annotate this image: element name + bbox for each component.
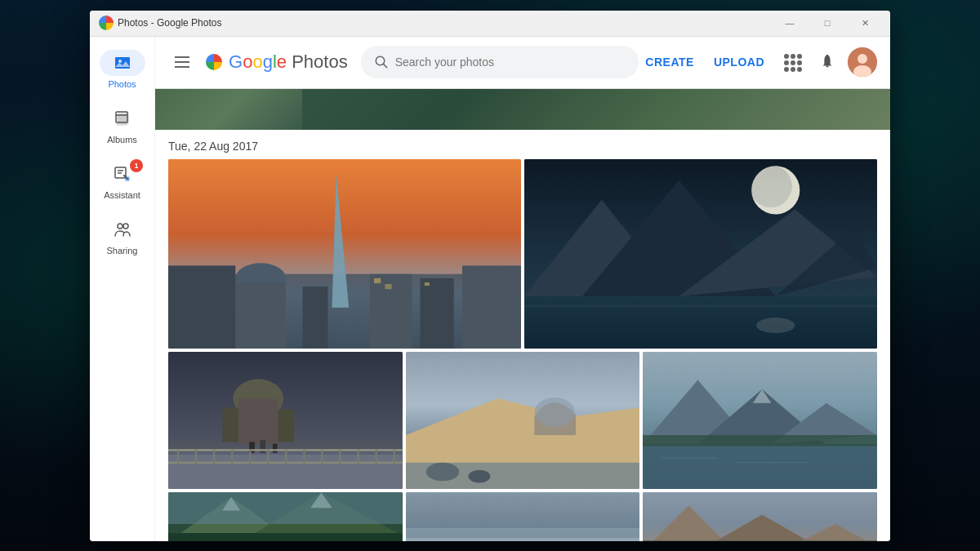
sharing-label: Sharing: [107, 246, 138, 256]
svg-point-1: [118, 60, 122, 63]
photo-ocean[interactable]: [406, 492, 640, 541]
main-content: Tue, 22 Aug 2017: [155, 89, 890, 541]
photo-rocky-scene[interactable]: [643, 492, 877, 541]
svg-rect-28: [374, 278, 381, 282]
sidebar: Photos Albums: [90, 37, 155, 541]
notifications-button[interactable]: [813, 48, 841, 76]
svg-point-72: [468, 469, 490, 482]
grid-dot-9: [797, 67, 802, 72]
svg-rect-44: [238, 398, 278, 443]
svg-rect-46: [278, 409, 295, 442]
search-icon: [374, 55, 389, 69]
logo-text: Google Photos: [229, 51, 348, 73]
albums-icon-bg: [100, 105, 145, 131]
search-bar[interactable]: [361, 46, 639, 78]
svg-rect-54: [177, 449, 179, 464]
bell-icon: [818, 53, 836, 71]
svg-rect-59: [267, 449, 269, 464]
svg-rect-65: [376, 449, 377, 464]
ocean-svg: [406, 492, 640, 541]
photo-forest[interactable]: [168, 492, 403, 541]
titlebar-controls: — □ ✕: [771, 11, 884, 37]
close-button[interactable]: ✕: [846, 11, 884, 37]
logo-e: e: [277, 51, 287, 72]
svg-rect-38: [524, 296, 877, 349]
svg-rect-64: [358, 449, 359, 464]
svg-rect-30: [425, 282, 430, 285]
svg-point-11: [123, 224, 128, 229]
albums-icon: [113, 109, 132, 128]
svg-point-10: [118, 224, 122, 229]
minimize-button[interactable]: —: [771, 11, 808, 37]
svg-rect-79: [643, 434, 877, 445]
svg-rect-24: [303, 287, 328, 349]
mountain-moon-svg: [524, 159, 877, 349]
albums-label: Albums: [107, 135, 137, 144]
grid-dot-6: [797, 60, 802, 65]
svg-rect-56: [213, 449, 215, 464]
svg-rect-85: [168, 533, 403, 541]
photos-icon: [113, 53, 132, 73]
logo-pinwheel-icon: [203, 51, 225, 73]
apps-button[interactable]: [777, 47, 807, 77]
svg-rect-29: [385, 284, 391, 289]
svg-rect-60: [285, 449, 287, 464]
sidebar-item-sharing[interactable]: Sharing: [90, 210, 154, 262]
photo-mountain-lake[interactable]: [643, 352, 877, 489]
sidebar-item-assistant[interactable]: 1 Assistant: [90, 154, 154, 207]
grid-dot-2: [791, 54, 795, 59]
header: Google Photos CREATE UPLOAD: [155, 37, 890, 89]
create-button[interactable]: CREATE: [639, 52, 701, 72]
partial-photo: [155, 89, 302, 130]
photos-icon-bg: [100, 50, 145, 76]
avatar-image: [848, 47, 877, 77]
sharing-icon: [113, 220, 132, 239]
svg-point-14: [858, 54, 867, 64]
mountain-lake-svg: [643, 352, 877, 489]
photo-mountain-moon[interactable]: [524, 159, 877, 349]
svg-rect-78: [643, 444, 877, 489]
grid-dot-8: [791, 67, 795, 72]
svg-rect-23: [235, 282, 286, 348]
sidebar-item-photos[interactable]: Photos: [90, 43, 154, 96]
titlebar: Photos - Google Photos — □ ✕: [90, 11, 890, 37]
assistant-label: Assistant: [104, 190, 140, 200]
svg-point-71: [425, 462, 458, 480]
logo-photos-word: Photos: [292, 51, 348, 72]
top-strip-photo[interactable]: [155, 89, 890, 130]
svg-point-33: [750, 165, 792, 207]
svg-point-41: [756, 318, 795, 333]
app-body: Photos Albums: [90, 37, 890, 541]
date-label: Tue, 22 Aug 2017: [155, 130, 890, 159]
sidebar-item-albums[interactable]: Albums: [90, 99, 154, 151]
logo-g: G: [229, 51, 243, 72]
menu-button[interactable]: [168, 50, 196, 74]
svg-rect-55: [195, 449, 197, 464]
titlebar-title: Photos - Google Photos: [118, 17, 771, 29]
photo-coastal-arch[interactable]: [406, 352, 640, 489]
sharing-icon-bg: [100, 216, 145, 242]
svg-rect-63: [339, 449, 341, 464]
photo-cathedral-bridge[interactable]: [168, 352, 403, 489]
maximize-button[interactable]: □: [808, 11, 846, 37]
photo-london-shard[interactable]: [168, 159, 521, 349]
svg-rect-66: [394, 449, 395, 464]
svg-rect-88: [168, 492, 403, 524]
hamburger-line-3: [175, 66, 189, 68]
photo-row-1: [155, 159, 890, 349]
upload-button[interactable]: UPLOAD: [707, 52, 771, 72]
titlebar-app-icon: [96, 13, 116, 33]
svg-rect-57: [231, 449, 233, 464]
hamburger-line-2: [175, 61, 189, 63]
svg-point-70: [534, 397, 574, 426]
search-input[interactable]: [395, 56, 626, 69]
svg-rect-26: [421, 278, 454, 348]
user-avatar[interactable]: [848, 47, 877, 77]
london-shard-svg: [168, 159, 521, 349]
logo-o2: o: [252, 51, 262, 72]
grid-dot-7: [784, 67, 789, 72]
grid-dot-3: [797, 54, 802, 59]
app-window: Photos - Google Photos — □ ✕ Photos: [90, 11, 890, 541]
svg-rect-61: [303, 449, 305, 464]
google-photos-logo[interactable]: Google Photos: [203, 51, 348, 73]
